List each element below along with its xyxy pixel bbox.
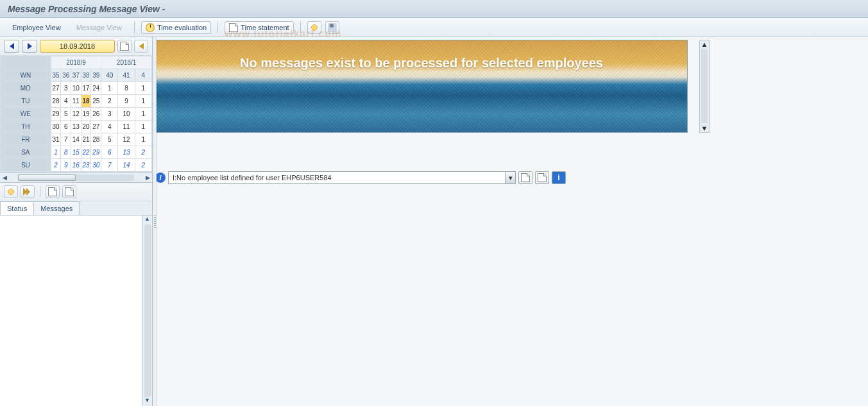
calendar-cell[interactable]: 12 xyxy=(71,108,81,121)
scroll-track[interactable] xyxy=(144,224,151,397)
calendar-cell[interactable]: 13 xyxy=(118,146,135,159)
pencil-icon xyxy=(521,173,530,182)
calendar-cell[interactable]: 1 xyxy=(135,95,151,108)
calendar-cell[interactable]: 1 xyxy=(135,121,151,133)
status-message-field[interactable]: I:No employee list defined for user EHP6… xyxy=(168,171,516,184)
calendar-cell[interactable]: 1 xyxy=(51,146,61,159)
calendar-cell[interactable]: 7 xyxy=(101,159,118,172)
calendar-cell[interactable]: 28 xyxy=(91,133,101,146)
calendar-cell[interactable]: 17 xyxy=(81,82,91,95)
calendar-cell[interactable]: 8 xyxy=(118,82,135,95)
calendar-cell[interactable]: 14 xyxy=(71,133,81,146)
dropdown-button[interactable]: ▾ xyxy=(505,172,515,183)
scroll-track[interactable] xyxy=(701,49,708,123)
time-statement-button[interactable]: Time statement xyxy=(225,21,293,34)
layout-button[interactable] xyxy=(62,185,76,198)
calendar-table[interactable]: 2018/9 2018/1 WN 35 36 37 38 39 40 41 4 … xyxy=(0,56,152,172)
calendar-cell[interactable]: 2 xyxy=(135,159,151,172)
scroll-down-icon[interactable]: ▼ xyxy=(142,397,152,406)
calendar-cell[interactable]: 11 xyxy=(71,95,81,108)
calendar-cell[interactable]: 1 xyxy=(101,82,118,95)
document-icon xyxy=(229,23,238,32)
day-name: SA xyxy=(1,146,51,159)
calendar-cell[interactable]: 3 xyxy=(61,82,71,95)
calendar-cell[interactable]: 3 xyxy=(101,108,118,121)
calendar-cell[interactable]: 5 xyxy=(61,108,71,121)
calendar-cell[interactable]: 24 xyxy=(91,82,101,95)
calendar-cell[interactable]: 1 xyxy=(135,133,151,146)
calendar-picker-button[interactable] xyxy=(117,40,132,53)
calendar-cell[interactable]: 10 xyxy=(71,82,81,95)
settings-button[interactable] xyxy=(307,21,321,34)
calendar-cell[interactable]: 14 xyxy=(118,159,135,172)
collapse-button[interactable] xyxy=(134,40,148,53)
employee-view-button[interactable]: Employee View xyxy=(6,21,67,34)
calendar-cell[interactable]: 9 xyxy=(61,159,71,172)
print-button[interactable] xyxy=(46,185,60,198)
date-field[interactable]: 18.09.2018 xyxy=(40,40,115,53)
calendar-cell[interactable]: 13 xyxy=(71,121,81,133)
scroll-left-icon[interactable]: ◀ xyxy=(0,174,9,181)
calendar-cell[interactable]: 31 xyxy=(51,133,61,146)
tab-status[interactable]: Status xyxy=(0,201,34,215)
info-icon: i xyxy=(155,173,166,183)
calendar-cell[interactable]: 4 xyxy=(101,121,118,133)
calendar-cell[interactable]: 15 xyxy=(71,146,81,159)
scroll-right-icon[interactable]: ▶ xyxy=(143,174,152,181)
calendar-cell[interactable]: 16 xyxy=(71,159,81,172)
left-vscroll[interactable]: ▲ ▼ xyxy=(142,216,152,406)
calendar-cell[interactable]: 19 xyxy=(81,108,91,121)
time-statement-label: Time statement xyxy=(241,24,289,31)
calendar-cell[interactable]: 28 xyxy=(51,95,61,108)
calendar-cell[interactable]: 9 xyxy=(118,95,135,108)
calendar-cell[interactable]: 2 xyxy=(135,146,151,159)
calendar-cell[interactable]: 2 xyxy=(51,159,61,172)
user-button[interactable] xyxy=(325,21,339,34)
calendar-cell[interactable]: 1 xyxy=(135,108,151,121)
calendar-cell[interactable]: 1 xyxy=(135,82,151,95)
calendar-cell[interactable]: 2 xyxy=(101,95,118,108)
edit-button[interactable] xyxy=(518,171,532,184)
calendar-cell[interactable]: 26 xyxy=(91,108,101,121)
calendar-cell[interactable]: 5 xyxy=(101,133,118,146)
calendar-cell[interactable]: 7 xyxy=(61,133,71,146)
scroll-down-icon[interactable]: ▼ xyxy=(701,124,708,132)
clock-icon xyxy=(146,23,155,32)
calendar-cell[interactable]: 12 xyxy=(118,133,135,146)
info-button[interactable]: i xyxy=(552,171,566,184)
banner-vscroll[interactable]: ▲ ▼ xyxy=(699,40,710,133)
layout-icon xyxy=(65,187,74,196)
calendar-cell[interactable]: 11 xyxy=(118,121,135,133)
calendar-cell[interactable]: 6 xyxy=(61,121,71,133)
scroll-up-icon[interactable]: ▲ xyxy=(701,40,708,48)
calendar-cell[interactable]: 25 xyxy=(91,95,101,108)
time-evaluation-button[interactable]: Time evaluation xyxy=(141,21,211,34)
scroll-thumb[interactable] xyxy=(18,174,76,181)
fast-forward-button[interactable] xyxy=(21,185,35,198)
prev-date-button[interactable] xyxy=(4,40,19,53)
calendar-cell[interactable]: 4 xyxy=(61,95,71,108)
splitter-handle[interactable] xyxy=(153,37,157,406)
calendar-cell[interactable]: 27 xyxy=(91,121,101,133)
week-number-row: WN 35 36 37 38 39 40 41 4 xyxy=(1,69,152,82)
scroll-track[interactable] xyxy=(18,174,134,181)
calendar-cell[interactable]: 8 xyxy=(61,146,71,159)
calendar-cell[interactable]: 20 xyxy=(81,121,91,133)
calendar-cell[interactable]: 21 xyxy=(81,133,91,146)
calendar-cell[interactable]: 30 xyxy=(91,159,101,172)
calendar-cell[interactable]: 23 xyxy=(81,159,91,172)
calendar-cell[interactable]: 30 xyxy=(51,121,61,133)
calendar-cell[interactable]: 29 xyxy=(91,146,101,159)
calendar-cell[interactable]: 6 xyxy=(101,146,118,159)
calendar-cell[interactable]: 29 xyxy=(51,108,61,121)
calendar-cell[interactable]: 22 xyxy=(81,146,91,159)
calendar-cell[interactable]: 27 xyxy=(51,82,61,95)
refresh-button[interactable] xyxy=(4,185,18,198)
tab-messages[interactable]: Messages xyxy=(33,201,80,215)
calendar-cell[interactable]: 10 xyxy=(118,108,135,121)
calendar-cell[interactable]: 18 xyxy=(81,95,91,108)
next-date-button[interactable] xyxy=(22,40,37,53)
copy-button[interactable] xyxy=(535,171,549,184)
calendar-hscroll[interactable]: ◀ ▶ xyxy=(0,172,152,182)
scroll-up-icon[interactable]: ▲ xyxy=(142,216,152,224)
